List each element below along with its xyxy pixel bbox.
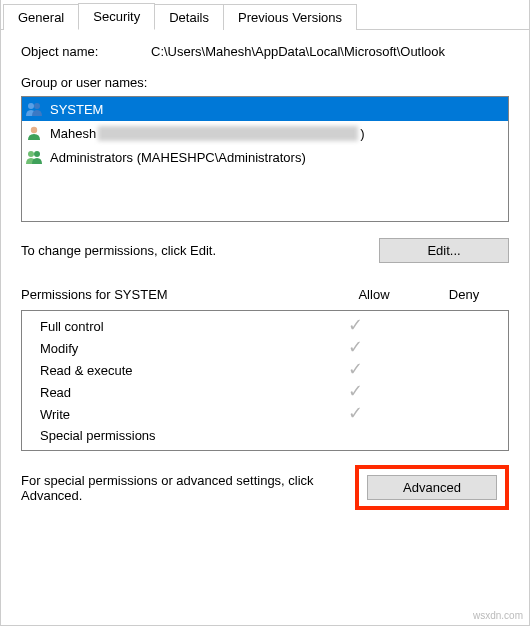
table-row: Read & execute ✓ [22,359,508,381]
redacted-text: xxxxxxxxxxxxxxxxxxxxxxxxxxxxxxxxxxxxxxxx [98,126,358,141]
perm-name: Write [40,407,310,422]
list-item[interactable]: Mahesh xxxxxxxxxxxxxxxxxxxxxxxxxxxxxxxxx… [22,121,508,145]
tab-details[interactable]: Details [154,4,224,30]
table-row: Full control ✓ [22,315,508,337]
advanced-button[interactable]: Advanced [367,475,497,500]
svg-point-0 [28,103,34,109]
table-row: Modify ✓ [22,337,508,359]
tab-previous-versions[interactable]: Previous Versions [223,4,357,30]
check-icon: ✓ [348,403,363,423]
groups-label: Group or user names: [21,75,509,90]
perm-name: Full control [40,319,310,334]
group-icon [24,100,46,118]
edit-hint: To change permissions, click Edit. [21,243,216,258]
perm-name: Special permissions [40,428,310,443]
table-row: Write ✓ [22,403,508,425]
perm-allow: ✓ [310,406,400,422]
perm-name: Modify [40,341,310,356]
svg-point-4 [34,151,40,157]
list-item[interactable]: Administrators (MAHESHPC\Administrators) [22,145,508,169]
check-icon: ✓ [348,359,363,379]
allow-header: Allow [329,287,419,302]
list-item-label: SYSTEM [50,102,103,117]
perm-name: Read & execute [40,363,310,378]
list-item-label: Administrators (MAHESHPC\Administrators) [50,150,306,165]
tab-bar: General Security Details Previous Versio… [1,0,529,30]
perm-allow: ✓ [310,384,400,400]
list-item-label: Mahesh [50,126,96,141]
tab-security[interactable]: Security [78,3,155,30]
perm-allow: ✓ [310,318,400,334]
group-icon [24,148,46,166]
svg-point-3 [28,151,34,157]
table-row: Read ✓ [22,381,508,403]
user-icon [24,124,46,142]
list-item-suffix: ) [360,126,364,141]
perm-allow: ✓ [310,340,400,356]
list-item[interactable]: SYSTEM [22,97,508,121]
group-listbox[interactable]: SYSTEM Mahesh xxxxxxxxxxxxxxxxxxxxxxxxxx… [21,96,509,222]
deny-header: Deny [419,287,509,302]
edit-button[interactable]: Edit... [379,238,509,263]
advanced-hint: For special permissions or advanced sett… [21,473,355,503]
object-name-value: C:\Users\Mahesh\AppData\Local\Microsoft\… [151,44,509,59]
perm-name: Read [40,385,310,400]
tab-general[interactable]: General [3,4,79,30]
svg-point-2 [31,127,37,133]
svg-point-1 [34,103,40,109]
object-name-label: Object name: [21,44,151,59]
watermark: wsxdn.com [473,610,523,621]
advanced-highlight: Advanced [355,465,509,510]
check-icon: ✓ [348,337,363,357]
check-icon: ✓ [348,381,363,401]
permissions-table: Full control ✓ Modify ✓ Read & execute ✓… [21,310,509,451]
check-icon: ✓ [348,315,363,335]
permissions-title: Permissions for SYSTEM [21,287,329,302]
table-row: Special permissions [22,425,508,446]
perm-allow: ✓ [310,362,400,378]
